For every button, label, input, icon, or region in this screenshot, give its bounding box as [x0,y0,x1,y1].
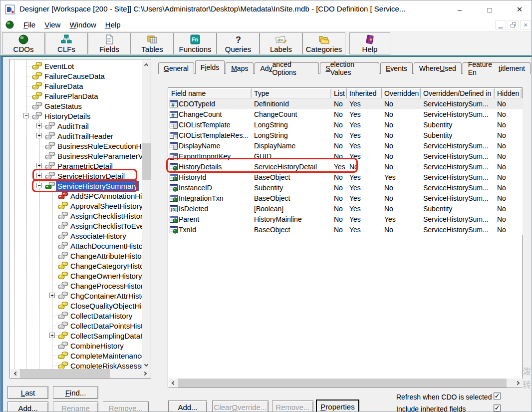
remove-button[interactable]: Remove... [272,401,313,412]
tab-fields[interactable]: Fields [195,60,225,74]
tree-item-addspcannotationhisto[interactable]: AddSPCAnnotationHisto [11,191,142,201]
tree-item-label[interactable]: AssignChecklistHistory [69,211,142,221]
collapse-icon[interactable]: − [23,113,29,118]
tree-item-failureplandata[interactable]: FailurePlanData [11,91,142,101]
toolbar-button-cdos[interactable]: CDOs [2,32,45,54]
tree-vertical-scrollbar-thumb[interactable] [142,143,151,180]
tree-item-failurecausedata[interactable]: FailureCauseData [11,71,142,81]
tree-item-closequalityobjecthisto[interactable]: CloseQualityObjectHisto [11,301,142,311]
checkbox-refresh-when-cdo-is-selected[interactable]: ✓ [494,393,501,400]
system-menu-icon[interactable] [5,20,14,29]
expand-icon[interactable]: + [36,133,42,138]
tree-item-completeriskassessm[interactable]: CompleteRiskAssessm [11,361,142,369]
collapse-icon[interactable]: − [36,183,42,188]
tree-item-label[interactable]: AuditTrailHeader [56,131,115,141]
tree-item-combinehistory[interactable]: CombineHistory [11,341,142,351]
field-name-cell[interactable]: InstanceID [169,182,252,193]
tree-item-historydetails[interactable]: −HistoryDetails [11,111,142,121]
tab-feature-entitlement[interactable]: Feature Entitlement [463,62,531,74]
tree-item-changecategoryhistory[interactable]: ChangeCategoryHistory [11,261,142,271]
tree-item-label[interactable]: ChangeProcessHistory [69,281,142,291]
tree-item-associatehistory[interactable]: AssociateHistory [11,231,142,241]
tab-maps[interactable]: Maps [226,62,254,74]
find-button[interactable]: Find... [53,386,98,399]
tree-item-chgcontainerattrhistory[interactable]: +ChgContainerAttrHistory [11,291,142,301]
close-button[interactable]: ✕ [511,2,528,17]
tree-item-audittrailheader[interactable]: +AuditTrailHeader [11,131,142,141]
tree-item-collectdatapointshistor[interactable]: CollectDataPointsHistor [11,321,142,331]
remove-button[interactable]: Remove... [103,402,149,412]
mdi-restore-button[interactable] [508,20,519,29]
tree-item-label[interactable]: ChangeOwnerHistory [69,271,142,281]
field-row-parent[interactable]: ParentHistoryMainlineNoYesYesServiceHist… [169,214,523,224]
field-row-isdeleted[interactable]: [0]IsDeleted[Boolean]NoYesNoSubentityNo [169,203,523,214]
field-row-exportimportkey[interactable]: ExportImportKeyGUIDNoYesNoServiceHistory… [169,151,523,161]
field-name-cell[interactable]: ExportImportKey [169,151,252,161]
expand-icon[interactable]: + [36,173,42,178]
field-name-cell[interactable]: DisplayName [169,140,252,151]
tree-item-assignchecklisttoever[interactable]: AssignChecklistToEver [11,221,142,231]
tab-selection-values[interactable]: Selection Values [320,62,379,74]
tree-item-businessruleparameterval[interactable]: BusinessRuleParameterVal [11,151,142,161]
tree-item-label[interactable]: AttachDocumentHistory [69,241,142,251]
tree-item-label[interactable]: ServiceHistoryDetail [56,171,126,181]
tree-item-label[interactable]: BusinessRuleExecutionHist [56,141,142,151]
tree-item-completemaintenanceh[interactable]: CompleteMaintenanceH [11,351,142,361]
rename-button[interactable]: Rename [53,402,98,412]
expand-icon[interactable]: + [36,163,42,168]
tree-item-label[interactable]: CollectDataPointsHistor [69,321,142,331]
tree-item-label[interactable]: AddSPCAnnotationHisto [69,191,142,201]
toolbar-button-queries[interactable]: ?Queries [217,32,260,54]
tree-horizontal-scrollbar-thumb[interactable] [20,369,110,378]
tree-item-label[interactable]: ParametricDetail [56,161,114,171]
field-row-ciolisttemplateres[interactable]: CIOListTemplateRes...LongStringNoYesNoSu… [169,130,523,140]
column-header-overridden[interactable]: Overridden [382,88,421,98]
field-name-cell[interactable]: #CDOTypeId [169,98,252,109]
tree-item-eventlot[interactable]: EventLot [11,61,142,71]
tree-item-label[interactable]: ChangeAttributeHistory [69,251,142,261]
tree-item-changeprocesshistory[interactable]: ChangeProcessHistory [11,281,142,291]
expand-icon[interactable]: + [49,293,55,298]
tree-item-label[interactable]: GateStatus [43,101,83,111]
expand-icon[interactable]: + [49,333,55,338]
tree-item-label[interactable]: CollectDataHistory [69,311,134,321]
tree-item-label[interactable]: AssociateHistory [69,231,128,241]
field-row-ciolisttemplate[interactable]: CIOListTemplateLongStringNoYesNoSubentit… [169,119,523,130]
tree-item-gatestatus[interactable]: GateStatus [11,101,142,111]
toolbar-button-fields[interactable]: Fields [88,32,131,54]
tree-item-label[interactable]: CombineHistory [69,341,125,351]
field-name-cell[interactable]: [0]IsDeleted [169,203,252,214]
toolbar-button-clfs[interactable]: CLFs [45,32,88,54]
column-header-hidden[interactable]: Hidden [495,88,522,98]
expand-icon[interactable]: + [36,123,42,128]
toolbar-button-functions[interactable]: FnFunctions [174,32,217,54]
tree-item-servicehistorysummary[interactable]: −ServiceHistorySummary [11,181,142,191]
mdi-minimize-button[interactable]: ▁ [495,20,506,29]
toolbar-button-tables[interactable]: Tables [131,32,174,54]
menu-view[interactable]: View [40,19,65,30]
add-button[interactable]: Add... [7,402,48,412]
tree-item-label[interactable]: BusinessRuleParameterVal [56,151,142,161]
field-row-changecount[interactable]: #ChangeCountChangeCountNoYesNoServiceHis… [169,109,523,119]
tree-item-collectsamplingdatahi[interactable]: +CollectSamplingDataHi [11,331,142,341]
menu-window[interactable]: Window [65,19,100,30]
table-horizontal-scrollbar-thumb[interactable] [178,379,507,388]
clear-override-button[interactable]: Clear Override... [212,401,268,412]
tree-item-label[interactable]: EventLot [43,61,75,71]
tree-item-servicehistorydetail[interactable]: +ServiceHistoryDetail [11,171,142,181]
field-name-cell[interactable]: TxnId [169,224,252,235]
toolbar-button-labels[interactable]: abcLabels [260,32,302,54]
field-row-historyid[interactable]: HistoryIdBaseObjectNoYesYesServiceHistor… [169,172,523,182]
minimize-button[interactable]: – [451,2,468,17]
tab-where-used[interactable]: Where Used [414,62,462,74]
tree-item-assignchecklisthistory[interactable]: AssignChecklistHistory [11,211,142,221]
tree-item-label[interactable]: FailurePlanData [43,91,100,101]
field-name-cell[interactable]: HistoryId [169,172,252,182]
tree-scroll-right-arrow[interactable] [141,369,150,378]
mdi-close-button[interactable]: ✕ [520,20,531,29]
column-header-list[interactable]: List [331,88,347,98]
tree-item-audittrail[interactable]: +AuditTrail [11,121,142,131]
tree-item-approvalsheethistory[interactable]: ApprovalSheetHistory [11,201,142,211]
field-name-cell[interactable]: HistoryDetails [169,161,252,172]
last-button[interactable]: Last [7,386,48,399]
